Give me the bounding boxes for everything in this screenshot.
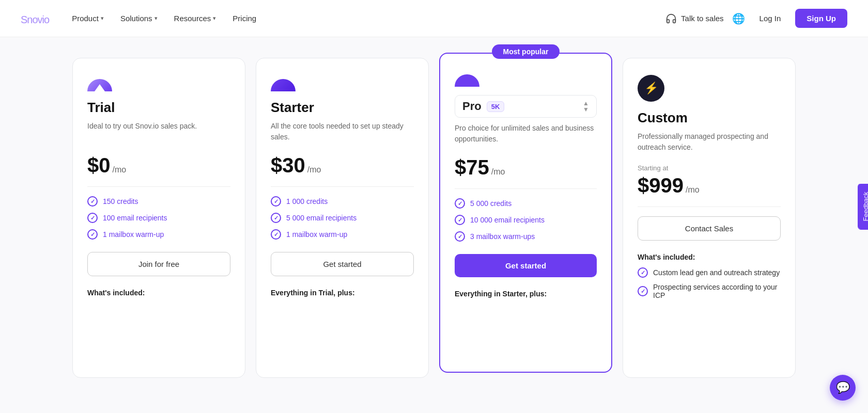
- included-title-trial: What's included:: [87, 289, 230, 297]
- contact-sales-button[interactable]: Contact Sales: [638, 216, 781, 241]
- selector-arrows-icon: ▲▼: [583, 100, 589, 113]
- nav-left: Snovio Product ▾ Solutions ▾ Resources ▾…: [21, 10, 262, 27]
- price-amount-custom: $999: [638, 174, 684, 197]
- feature-text: 1 mailbox warm-up: [286, 230, 347, 239]
- pro-plan-label: Pro: [462, 100, 482, 113]
- price-period-trial: /mo: [113, 165, 127, 174]
- chat-bubble-icon: 💬: [836, 381, 850, 394]
- included-item: Prospecting services according to your I…: [638, 283, 781, 299]
- trial-icon: [87, 79, 112, 91]
- price-divider: [638, 206, 781, 207]
- check-icon: [638, 286, 648, 296]
- plan-desc-trial: Ideal to try out Snov.io sales pack.: [87, 121, 230, 144]
- chevron-icon: ▾: [154, 15, 158, 22]
- check-icon: [638, 267, 648, 278]
- starter-icon: [271, 79, 296, 91]
- nav-pricing[interactable]: Pricing: [226, 10, 262, 27]
- feature-text: 150 credits: [103, 197, 138, 205]
- included-item: Custom lead gen and outreach strategy: [638, 267, 781, 278]
- nav-product[interactable]: Product ▾: [66, 10, 110, 27]
- pro-get-started-button[interactable]: Get started: [455, 254, 597, 277]
- feature-item: 1 mailbox warm-up: [271, 229, 414, 240]
- feature-text: 1 000 credits: [286, 197, 328, 205]
- feature-item: 100 email recipients: [87, 213, 230, 223]
- plan-name-trial: Trial: [87, 100, 230, 116]
- feedback-tab[interactable]: Feedback: [858, 183, 868, 229]
- login-button[interactable]: Log In: [753, 10, 787, 27]
- feature-item: 10 000 email recipients: [455, 215, 597, 225]
- check-icon: [271, 196, 281, 206]
- starter-get-started-button[interactable]: Get started: [271, 252, 414, 276]
- plan-desc-starter: All the core tools needed to set up stea…: [271, 121, 414, 144]
- signup-button[interactable]: Sign Up: [795, 9, 847, 28]
- chevron-icon: ▾: [213, 15, 216, 22]
- included-title-pro: Everything in Starter, plus:: [455, 290, 597, 298]
- plan-card-pro: Most popular Pro 5K ▲▼ Pro choice for un…: [439, 53, 612, 373]
- price-amount-pro: $75: [455, 156, 489, 179]
- nav-links: Product ▾ Solutions ▾ Resources ▾ Pricin…: [66, 10, 262, 27]
- pro-selector-left: Pro 5K: [462, 100, 504, 113]
- price-period-custom: /mo: [686, 185, 700, 195]
- feature-list-trial: 150 credits 100 email recipients 1 mailb…: [87, 196, 230, 240]
- included-text: Custom lead gen and outreach strategy: [653, 268, 780, 277]
- nav-right: Talk to sales 🌐 Log In Sign Up: [665, 9, 847, 28]
- nav-resources[interactable]: Resources ▾: [168, 10, 223, 27]
- feature-text: 1 mailbox warm-up: [103, 230, 164, 239]
- logo[interactable]: Snovio: [21, 10, 49, 27]
- plan-name-custom: Custom: [638, 110, 781, 126]
- custom-icon-wrap: ⚡: [638, 75, 664, 102]
- price-divider: [87, 186, 230, 187]
- price-period-pro: /mo: [491, 167, 505, 177]
- included-text: Prospecting services according to your I…: [653, 283, 781, 299]
- feature-text: 5 000 credits: [470, 199, 512, 208]
- globe-icon[interactable]: 🌐: [732, 12, 745, 25]
- feature-list-pro: 5 000 credits 10 000 email recipients 3 …: [455, 198, 597, 242]
- price-row-starter: $30 /mo: [271, 154, 414, 177]
- check-icon: [455, 231, 465, 242]
- chevron-icon: ▾: [101, 15, 104, 22]
- feature-item: 5 000 email recipients: [271, 213, 414, 223]
- popular-badge: Most popular: [492, 44, 560, 59]
- feature-text: 5 000 email recipients: [286, 214, 357, 222]
- plan-desc-pro: Pro choice for unlimited sales and busin…: [455, 123, 597, 146]
- join-free-button[interactable]: Join for free: [87, 252, 230, 276]
- price-row-custom: $999 /mo: [638, 174, 781, 197]
- feature-item: 1 mailbox warm-up: [87, 229, 230, 240]
- nav-solutions[interactable]: Solutions ▾: [114, 10, 164, 27]
- talk-to-sales-button[interactable]: Talk to sales: [665, 13, 724, 24]
- included-title-custom: What's included:: [638, 253, 781, 261]
- check-icon: [455, 215, 465, 225]
- chat-bubble-button[interactable]: 💬: [830, 375, 856, 401]
- price-row-pro: $75 /mo: [455, 156, 597, 179]
- price-starting-label: Starting at: [638, 164, 781, 172]
- headphone-icon: [665, 13, 677, 24]
- pro-badge: 5K: [487, 101, 505, 112]
- check-icon: [271, 229, 281, 240]
- plan-card-starter: Starter All the core tools needed to set…: [256, 58, 429, 378]
- feature-text: 10 000 email recipients: [470, 216, 545, 224]
- feature-list-starter: 1 000 credits 5 000 email recipients 1 m…: [271, 196, 414, 240]
- logo-main: Snov: [21, 14, 42, 25]
- feature-item: 1 000 credits: [271, 196, 414, 206]
- navbar: Snovio Product ▾ Solutions ▾ Resources ▾…: [0, 0, 868, 37]
- check-icon: [87, 229, 98, 240]
- feature-item: 5 000 credits: [455, 198, 597, 209]
- included-title-starter: Everything in Trial, plus:: [271, 289, 414, 297]
- feature-item: 3 mailbox warm-ups: [455, 231, 597, 242]
- pricing-grid: Trial Ideal to try out Snov.io sales pac…: [72, 58, 796, 378]
- price-amount-starter: $30: [271, 154, 305, 177]
- plan-card-custom: ⚡ Custom Professionally managed prospect…: [623, 58, 796, 378]
- plan-name-starter: Starter: [271, 100, 414, 116]
- price-divider: [455, 188, 597, 189]
- plan-desc-custom: Professionally managed prospecting and o…: [638, 131, 781, 154]
- feature-text: 100 email recipients: [103, 214, 167, 222]
- logo-sub: io: [42, 14, 50, 25]
- check-icon: [87, 196, 98, 206]
- price-period-starter: /mo: [307, 165, 321, 174]
- price-row-trial: $0 /mo: [87, 154, 230, 177]
- feature-text: 3 mailbox warm-ups: [470, 232, 535, 241]
- check-icon: [455, 198, 465, 209]
- price-divider: [271, 186, 414, 187]
- pro-plan-selector[interactable]: Pro 5K ▲▼: [455, 95, 597, 118]
- feature-item: 150 credits: [87, 196, 230, 206]
